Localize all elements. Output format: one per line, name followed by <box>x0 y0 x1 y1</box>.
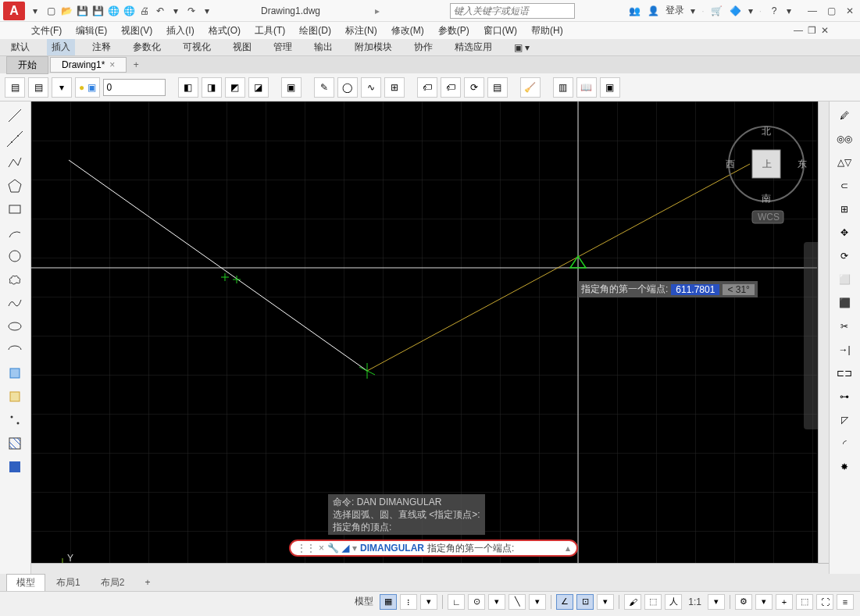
move-tool[interactable]: ✥ <box>831 222 858 244</box>
prop-tool-2[interactable]: 🏷 <box>441 77 461 98</box>
extend-tool[interactable]: →| <box>831 339 858 361</box>
circle-tool[interactable] <box>2 245 28 267</box>
menu-item[interactable]: 窗口(W) <box>484 24 517 37</box>
edit-tool-1[interactable]: ✎ <box>314 77 334 98</box>
ribbon-tab[interactable]: 参数化 <box>128 39 166 55</box>
ribbon-tab[interactable]: 管理 <box>269 39 297 55</box>
command-line[interactable]: ⋮⋮ × 🔧 ◢ ▾ DIMANGULAR 指定角的第一个端点: ▴ <box>289 539 578 557</box>
xline-tool[interactable] <box>2 128 28 150</box>
undo-dd-icon[interactable]: ▾ <box>169 4 183 18</box>
arc-tool[interactable] <box>2 222 28 244</box>
revcloud-tool[interactable] <box>2 269 28 290</box>
menu-item[interactable]: 插入(I) <box>166 24 194 37</box>
block-insert-button[interactable]: ▣ <box>281 77 302 98</box>
status-dd-2[interactable]: ▾ <box>488 594 505 610</box>
ribbon-tab[interactable]: 默认 <box>6 39 34 55</box>
mirror-tool[interactable]: △▽ <box>831 151 858 173</box>
menu-item[interactable]: 帮助(H) <box>531 24 563 37</box>
explode-tool[interactable]: ✸ <box>831 456 858 478</box>
grid-toggle[interactable]: ▦ <box>380 594 397 610</box>
search-input[interactable] <box>450 3 575 19</box>
point-tool[interactable] <box>2 409 28 431</box>
ribbon-tab[interactable]: 附加模块 <box>350 39 397 55</box>
prop-tool-1[interactable]: 🏷 <box>417 77 437 98</box>
print-icon[interactable]: 🖨 <box>137 4 152 18</box>
copy-tool[interactable]: ◎◎ <box>831 128 858 150</box>
share-icon[interactable]: 👥 <box>628 5 641 17</box>
erase-tool[interactable]: 🖉 <box>831 105 858 126</box>
file-tab-active[interactable]: Drawing1* × <box>50 57 127 73</box>
app-logo[interactable]: A <box>3 2 25 20</box>
layer-tool-3[interactable]: ◩ <box>225 77 245 98</box>
qat-dropdown-icon[interactable]: ▾ <box>28 4 42 18</box>
layer-tool-2[interactable]: ◨ <box>202 77 222 98</box>
menu-item[interactable]: 视图(V) <box>121 24 152 37</box>
ribbon-tab[interactable]: 精选应用 <box>450 39 497 55</box>
undo-icon[interactable]: ↶ <box>153 4 167 18</box>
saveas-icon[interactable]: 💾 <box>91 4 105 18</box>
app-dd-icon[interactable]: ▾ <box>748 5 753 16</box>
ribbon-tab[interactable]: 输出 <box>309 39 337 55</box>
palette-1[interactable]: ▥ <box>553 77 573 98</box>
layer-dd-button[interactable]: ▾ <box>52 77 72 98</box>
stretch-tool[interactable]: ⬛ <box>831 292 858 314</box>
hatch-tool[interactable] <box>2 433 28 454</box>
layout-tab-model[interactable]: 模型 <box>6 574 45 591</box>
rotate-tool[interactable]: ⟳ <box>831 245 858 267</box>
broom-icon[interactable]: 🧹 <box>520 77 541 98</box>
customize-button[interactable]: ≡ <box>837 594 854 610</box>
prop-tool-4[interactable]: ▤ <box>487 77 508 98</box>
osnap-toggle[interactable]: ∠ <box>556 594 573 610</box>
menu-item[interactable]: 文件(F) <box>31 24 62 37</box>
login-link[interactable]: 登录 <box>666 4 684 17</box>
ribbon-tab[interactable]: 视图 <box>228 39 256 55</box>
iso-view-button[interactable]: ⬚ <box>796 594 813 610</box>
minimize-button[interactable]: — <box>805 4 819 18</box>
status-dd-3[interactable]: ▾ <box>529 594 546 610</box>
plus-button[interactable]: + <box>776 594 793 610</box>
join-tool[interactable]: ⊶ <box>831 386 858 408</box>
fullscreen-button[interactable]: ⛶ <box>816 594 833 610</box>
polygon-tool[interactable] <box>2 175 28 197</box>
edit-tool-4[interactable]: ⊞ <box>384 77 405 98</box>
palette-3[interactable]: ▣ <box>600 77 620 98</box>
gear-button[interactable]: ⚙ <box>735 594 752 610</box>
menu-item[interactable]: 编辑(E) <box>76 24 107 37</box>
rectangle-tool[interactable] <box>2 198 28 220</box>
insert-block-tool[interactable] <box>2 362 28 384</box>
edit-tool-2[interactable]: ◯ <box>337 77 358 98</box>
v-scrollbar[interactable] <box>818 101 829 563</box>
trim-tool[interactable]: ✂ <box>831 315 858 337</box>
help-dd-icon[interactable]: ▾ <box>787 5 791 16</box>
ribbon-tab[interactable]: 插入 <box>47 39 75 55</box>
status-dd-6[interactable]: ▾ <box>755 594 773 610</box>
maximize-button[interactable]: ▢ <box>824 4 838 18</box>
close-button[interactable]: ✕ <box>843 4 857 18</box>
open-icon[interactable]: 📂 <box>59 4 73 18</box>
layer-tool-4[interactable]: ◪ <box>248 77 269 98</box>
spline-tool[interactable] <box>2 292 28 314</box>
line-tool[interactable] <box>2 105 28 126</box>
inner-min-button[interactable]: — <box>794 25 803 36</box>
anno-scale[interactable]: 1:1 <box>685 596 705 607</box>
polar-toggle[interactable]: ⊙ <box>468 594 485 610</box>
inner-restore-button[interactable]: ❐ <box>808 25 816 36</box>
redo-icon[interactable]: ↷ <box>184 4 198 18</box>
layout-add-button[interactable]: + <box>135 575 159 589</box>
user-icon[interactable]: 👤 <box>647 5 659 17</box>
ribbon-tab[interactable]: 注释 <box>87 39 116 55</box>
login-dd-icon[interactable]: ▾ <box>690 5 695 16</box>
status-dd-1[interactable]: ▾ <box>420 594 437 610</box>
status-model[interactable]: 模型 <box>351 595 376 608</box>
dyn-value[interactable]: 611.7801 <box>671 284 719 295</box>
save-icon[interactable]: 💾 <box>75 4 89 18</box>
layer-states-button[interactable]: ▤ <box>28 77 48 98</box>
otrack-toggle[interactable]: ⊡ <box>576 594 594 610</box>
layer-prop-button[interactable]: ▤ <box>5 77 25 98</box>
drawing-canvas[interactable]: 指定角的第一个端点: 611.7801 < 31° 命令: DAN DIMANG… <box>31 101 829 574</box>
cmd-config-icon[interactable]: 🔧 <box>327 543 339 554</box>
cmd-up-icon[interactable]: ▴ <box>566 543 570 554</box>
app-icon[interactable]: 🔷 <box>730 5 742 17</box>
scale-tool[interactable]: ⬜ <box>831 269 858 290</box>
menu-item[interactable]: 绘图(D) <box>299 24 331 37</box>
